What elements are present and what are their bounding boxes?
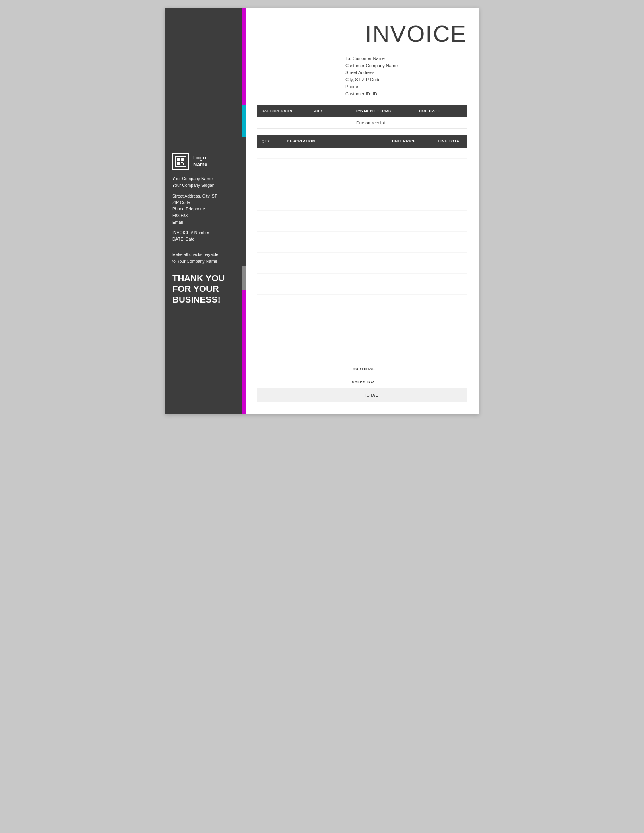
- billing-customer-id: Customer ID: ID: [345, 91, 467, 98]
- item-row: [257, 158, 467, 169]
- item-row: [257, 273, 467, 284]
- total-value: [383, 388, 467, 403]
- total-label: TOTAL: [257, 388, 383, 403]
- invoice-title: INVOICE: [257, 20, 467, 47]
- company-info: Your Company Name Your Company Slogan St…: [172, 175, 238, 246]
- invoice-number: INVOICE # Number: [172, 229, 238, 236]
- svg-rect-3: [177, 162, 180, 165]
- company-slogan: Your Company Slogan: [172, 182, 238, 188]
- address-line2: ZIP Code: [172, 199, 238, 206]
- logo-svg: [175, 155, 187, 167]
- svg-rect-4: [181, 162, 183, 163]
- payment-row: Due on receipt: [257, 117, 467, 129]
- billing-company: Customer Company Name: [345, 62, 467, 70]
- email-line: Email: [172, 219, 238, 225]
- sidebar: Logo Name Your Company Name Your Company…: [165, 8, 246, 414]
- accent-top: [242, 8, 246, 105]
- item-row: [257, 169, 467, 179]
- item-row: [257, 263, 467, 273]
- items-body: [257, 148, 467, 305]
- billing-info: To: Customer Name Customer Company Name …: [257, 55, 467, 98]
- accent-bottom: [242, 290, 246, 414]
- logo-area: Logo Name: [172, 153, 238, 170]
- thank-you: THANK YOU FOR YOUR BUSINESS!: [172, 273, 238, 305]
- items-area: QTY DESCRIPTION UNIT PRICE LINE TOTAL: [257, 135, 467, 356]
- billing-to: To: Customer Name: [345, 55, 467, 62]
- item-row: [257, 210, 467, 221]
- date-line: DATE: Date: [172, 236, 238, 242]
- billing-address: Street Address: [345, 69, 467, 76]
- logo-icon: [172, 153, 189, 170]
- item-row: [257, 148, 467, 158]
- subtotal-label: SUBTOTAL: [257, 364, 383, 375]
- tax-label: SALES TAX: [257, 375, 383, 388]
- svg-rect-5: [183, 163, 184, 165]
- checks-info: Make all checks payable to Your Company …: [172, 251, 238, 264]
- col-description: DESCRIPTION: [282, 135, 375, 148]
- phone-line: Phone Telephone: [172, 206, 238, 212]
- item-row: [257, 252, 467, 263]
- due-on-receipt: Due on receipt: [351, 117, 415, 129]
- totals-table: SUBTOTAL SALES TAX TOTAL: [257, 364, 467, 402]
- accent-lower: [242, 266, 246, 290]
- col-job: JOB: [310, 105, 351, 117]
- col-salesperson: SALESPERSON: [257, 105, 310, 117]
- fax-line: Fax Fax: [172, 212, 238, 219]
- total-row: TOTAL: [257, 388, 467, 403]
- logo-name: Logo Name: [193, 155, 207, 168]
- col-unit-price: UNIT PRICE: [374, 135, 421, 148]
- billing-city: City, ST ZIP Code: [345, 76, 467, 84]
- item-row: [257, 190, 467, 200]
- col-line-total: LINE TOTAL: [421, 135, 467, 148]
- tax-row: SALES TAX: [257, 375, 467, 388]
- tax-value: [383, 375, 467, 388]
- item-row: [257, 284, 467, 294]
- svg-rect-0: [175, 156, 186, 167]
- checks-line1: Make all checks payable: [172, 251, 238, 258]
- col-payment-terms: PAYMENT TERMS: [351, 105, 415, 117]
- svg-rect-2: [181, 158, 184, 161]
- billing-phone: Phone: [345, 83, 467, 91]
- item-row: [257, 200, 467, 210]
- invoice-page: Logo Name Your Company Name Your Company…: [165, 8, 479, 414]
- col-qty: QTY: [257, 135, 282, 148]
- col-due-date: DUE DATE: [414, 105, 467, 117]
- subtotal-row: SUBTOTAL: [257, 364, 467, 375]
- svg-rect-1: [177, 158, 180, 161]
- totals-section: SUBTOTAL SALES TAX TOTAL: [257, 356, 467, 402]
- item-row: [257, 221, 467, 231]
- checks-line2: to Your Company Name: [172, 258, 238, 264]
- header-table: SALESPERSON JOB PAYMENT TERMS DUE DATE: [257, 105, 467, 117]
- items-header: QTY DESCRIPTION UNIT PRICE LINE TOTAL: [257, 135, 467, 148]
- item-row: [257, 294, 467, 305]
- address-line1: Street Address, City, ST: [172, 193, 238, 199]
- item-row: [257, 231, 467, 242]
- item-row: [257, 179, 467, 190]
- content-area: INVOICE To: Customer Name Customer Compa…: [246, 8, 479, 414]
- company-name: Your Company Name: [172, 175, 238, 182]
- item-row: [257, 242, 467, 252]
- subtotal-value: [383, 364, 467, 375]
- accent-mid: [242, 105, 246, 137]
